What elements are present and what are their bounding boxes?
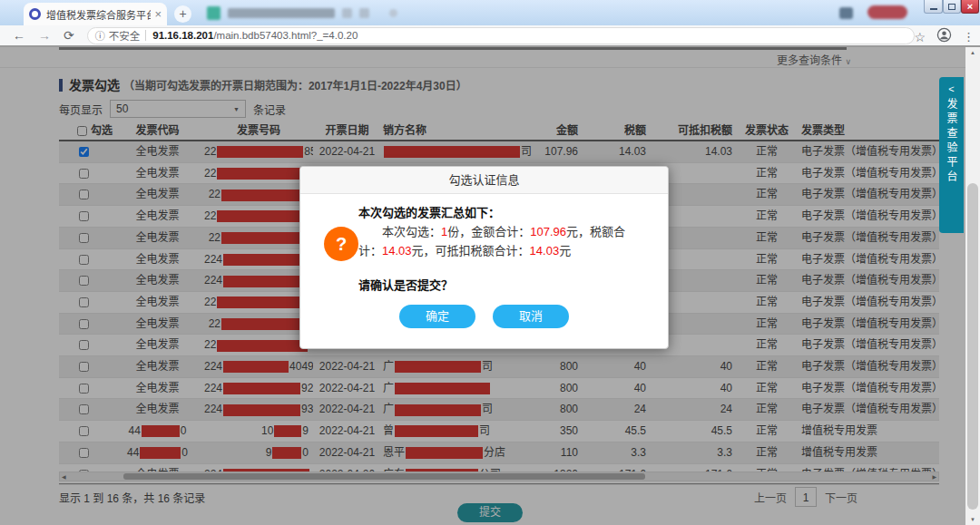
browser-menu-icon[interactable]: ⋮ <box>963 30 975 44</box>
question-icon: ? <box>324 227 358 261</box>
browser-window: 增值税发票综合服务平台 × + × ← → ⟳ ⓘ 不安全 91.16.18.2… <box>0 0 980 525</box>
summary-text: 元 <box>559 244 571 258</box>
security-label: 不安全 <box>109 28 141 43</box>
window-close-button[interactable]: × <box>961 0 979 14</box>
redacted-tab-control <box>389 9 397 17</box>
summary-highlight-value: 107.96 <box>530 225 566 238</box>
close-icon: × <box>967 2 973 12</box>
summary-highlight-value: 14.03 <box>382 244 412 258</box>
window-maximize-button[interactable] <box>943 0 961 14</box>
tab-close-icon[interactable]: × <box>154 7 162 21</box>
forward-icon[interactable]: → <box>38 28 51 43</box>
redacted-tab-control <box>359 8 369 18</box>
modal-summary-heading: 本次勾选的发票汇总如下： <box>358 203 500 220</box>
redacted-titlebar-item <box>839 7 853 19</box>
scroll-up-icon[interactable]: ▲ <box>965 50 980 55</box>
url-divider <box>145 30 146 41</box>
tab-favicon-icon <box>29 8 41 20</box>
modal-buttons: 确定 取消 <box>300 305 668 328</box>
browser-tab-active[interactable]: 增值税发票综合服务平台 × <box>24 3 167 25</box>
modal-confirm-question: 请确认是否提交？ <box>358 276 453 293</box>
browser-toolbar: ← → ⟳ ⓘ 不安全 91.16.18.201 /main.bdb57403.… <box>0 25 980 47</box>
reload-icon[interactable]: ⟳ <box>64 28 74 43</box>
back-icon[interactable]: ← <box>13 28 25 43</box>
side-tab-label: 发票查验平台 <box>944 98 959 185</box>
new-tab-button[interactable]: + <box>174 5 191 23</box>
invoice-verify-side-tab[interactable]: < 发票查验平台 <box>939 77 964 233</box>
redacted-tab-title <box>228 8 335 18</box>
confirm-ok-button[interactable]: 确定 <box>399 305 475 328</box>
browser-titlebar: 增值税发票综合服务平台 × + × <box>0 0 980 25</box>
redacted-tab-control <box>342 8 352 18</box>
tab-title: 增值税发票综合服务平台 <box>46 7 151 22</box>
summary-text: 本次勾选： <box>382 225 441 238</box>
info-icon[interactable]: ⓘ <box>95 28 105 43</box>
url-bar[interactable]: ⓘ 不安全 91.16.18.201 /main.bdb57403.html?_… <box>87 27 915 44</box>
summary-text: 元，可抵扣税额合计： <box>412 244 530 258</box>
scroll-down-icon[interactable]: ▼ <box>965 517 980 522</box>
maximize-icon <box>948 4 956 10</box>
vertical-scroll-thumb[interactable] <box>967 183 978 510</box>
url-path: /main.bdb57403.html?_=4.0.20 <box>213 30 358 41</box>
url-host: 91.16.18.201 <box>152 30 213 41</box>
redacted-tab-favicon <box>207 6 220 20</box>
page-content: 更多查询条件 ∨ 发票勾选 （当期可勾选发票的开票日期范围为：2017年1月1日… <box>0 47 980 525</box>
minimize-icon <box>930 8 937 10</box>
confirm-modal: 勾选认证信息 本次勾选的发票汇总如下： ? 本次勾选：1份，金额合计：107.9… <box>299 166 669 349</box>
collapse-arrow-icon: < <box>939 83 964 94</box>
window-minimize-button[interactable] <box>924 0 943 14</box>
vertical-scrollbar[interactable]: ▲ ▼ <box>965 47 980 525</box>
modal-summary-text: 本次勾选：1份，金额合计：107.96元，税额合计：14.03元，可抵扣税额合计… <box>358 222 648 260</box>
profile-avatar-icon[interactable] <box>936 27 952 46</box>
modal-title: 勾选认证信息 <box>300 167 668 194</box>
redacted-titlebar-badge <box>867 5 907 19</box>
summary-highlight-value: 14.03 <box>530 244 560 258</box>
redacted-tabs <box>207 5 397 21</box>
confirm-cancel-button[interactable]: 取消 <box>493 305 569 328</box>
bookmark-star-icon[interactable]: ☆ <box>914 30 926 44</box>
summary-text: 份，金额合计： <box>447 225 530 238</box>
